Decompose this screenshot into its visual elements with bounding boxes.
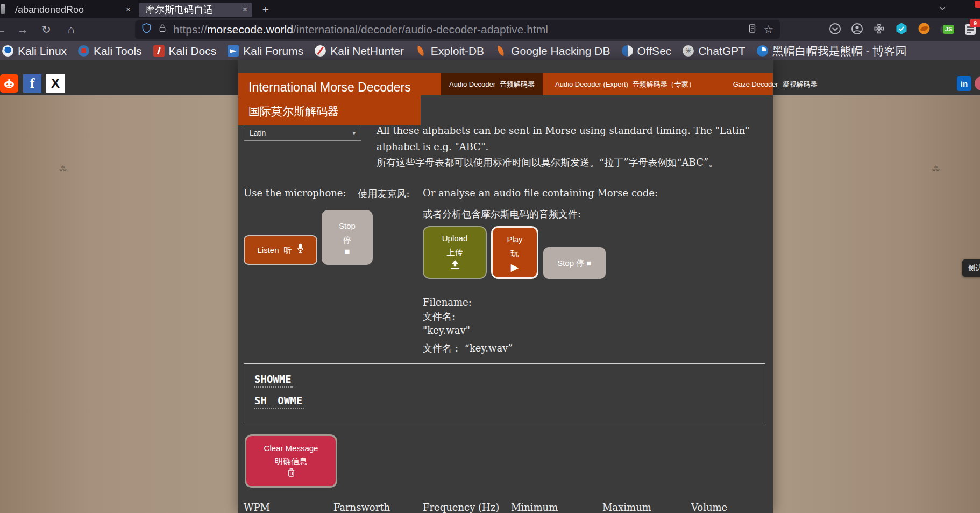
bookmark-kali-tools[interactable]: Kali Tools [78, 45, 142, 58]
cutoff-favicon [1, 4, 5, 14]
bookmark-kali-nethunter[interactable]: Kali NetHunter [315, 45, 404, 58]
linkedin-share-icon[interactable]: in [957, 76, 971, 91]
browser-tab-morse-active[interactable]: 摩尔斯电码自适 × [139, 3, 252, 17]
upload-audio-button[interactable]: Upload 上传 [423, 226, 487, 279]
bookmarks-bar: Kali Linux Kali Tools Kali Docs Kali For… [0, 41, 980, 60]
sidebar-toggle-tab[interactable]: 侧边栏 [962, 259, 980, 277]
offsec-favicon [622, 45, 633, 57]
url-text[interactable]: https://morsecode.world/international/de… [173, 23, 741, 36]
bookmark-kali-linux[interactable]: Kali Linux [2, 45, 67, 58]
kali-docs-favicon [153, 45, 165, 57]
stop-microphone-button[interactable]: Stop 停 ■ [322, 210, 373, 265]
list-all-tabs-chevron-icon[interactable] [938, 4, 947, 15]
trash-icon [287, 468, 295, 481]
microphone-label: Use the microphone: 使用麦克风: [244, 187, 410, 200]
forward-button[interactable]: → [14, 22, 31, 37]
bookmark-kali-forums[interactable]: Kali Forums [228, 45, 303, 58]
site-header: International Morse Decoders 国际莫尔斯解码器 [238, 73, 421, 125]
bookmark-star-icon[interactable]: ☆ [763, 23, 773, 36]
stop-audio-button[interactable]: Stop 停 ■ [543, 247, 606, 279]
kali-forums-favicon [228, 45, 239, 57]
slider-label-farnsworth: Farnsworth [333, 502, 390, 513]
url-scheme: https:// [173, 23, 207, 36]
alphabet-select-value: Latin [250, 129, 266, 137]
kali-nethunter-favicon [315, 45, 326, 57]
bookmark-offsec[interactable]: OffSec [622, 45, 672, 58]
decoded-line: SH OWME [254, 395, 765, 409]
new-tab-button[interactable]: + [259, 3, 273, 16]
listen-button[interactable]: Listen 听 [244, 235, 317, 265]
upload-icon [449, 259, 461, 274]
javascript-toggle-extension-icon[interactable]: JS [940, 24, 954, 36]
js-label: JS [943, 25, 954, 34]
decor-mark-icon [59, 165, 67, 173]
tracking-protection-shield-icon[interactable] [141, 23, 152, 37]
play-triangle-icon: ▶ [511, 262, 519, 272]
audio-file-label-zh: 或者分析包含摩尔斯电码的音频文件: [423, 208, 581, 221]
back-button[interactable]: ← [0, 22, 10, 37]
slider-label-volume: Volume [691, 502, 727, 513]
url-host: morsecode.world [207, 23, 293, 36]
slider-label-maximum: Maximum [602, 502, 651, 513]
microphone-icon [297, 243, 304, 258]
extension-badge-count: 9 [970, 19, 980, 27]
bookmark-google-hacking-db[interactable]: Google Hacking DB [495, 45, 610, 58]
morse-decoder-page: f X International Morse Decoders 国际莫尔斯解码… [0, 60, 980, 513]
kali-linux-favicon [2, 45, 13, 57]
tab-title: 摩尔斯电码自适 [145, 3, 238, 16]
bookmark-exploit-db[interactable]: Exploit-DB [415, 45, 484, 58]
tab-close-icon[interactable]: × [243, 5, 247, 14]
page-title-zh: 国际莫尔斯解码器 [248, 104, 421, 119]
browser-chrome: /abandonedRoo × 摩尔斯电码自适 × + ← → ↻ ⌂ http… [0, 0, 980, 60]
exploit-db-favicon [415, 45, 427, 57]
chevron-down-icon: ▾ [352, 130, 356, 137]
foxyproxy-extension-icon[interactable] [918, 22, 931, 37]
notification-extension-icon[interactable]: 9 [964, 23, 977, 36]
slider-labels-row: WPM Farnsworth Frequency (Hz) Minimum Ma… [0, 502, 980, 513]
bookmark-kali-docs[interactable]: Kali Docs [153, 45, 217, 58]
tab-audio-decoder-expert[interactable]: Audio Decoder (Expert)音频解码器（专家） [547, 73, 704, 95]
url-path: /international/decoder/audio-decoder-ada… [293, 23, 548, 36]
hacktools-hexagon-extension-icon[interactable] [895, 22, 908, 37]
chatgpt-favicon [683, 45, 694, 57]
tab-audio-decoder[interactable]: Audio Decoder音频解码器 [441, 73, 543, 95]
intro-text-en: All these alphabets can be sent in Morse… [377, 123, 761, 155]
browser-tab-abandoned[interactable]: /abandonedRoo × [9, 3, 136, 17]
url-bar[interactable]: https://morsecode.world/international/de… [135, 20, 780, 39]
tab-gaze-decoder[interactable]: Gaze Decoder凝视解码器 [725, 73, 826, 95]
decoded-message-area[interactable]: SHOWME SH OWME [244, 363, 765, 423]
reload-button[interactable]: ↻ [38, 22, 55, 37]
filename-label-en: Filename: [423, 296, 513, 310]
reddit-share-icon[interactable] [0, 74, 18, 93]
extensions-puzzle-icon[interactable] [873, 23, 885, 37]
reader-mode-icon[interactable] [748, 23, 757, 37]
ghdb-favicon [495, 45, 507, 57]
clear-message-button[interactable]: Clear Message 明确信息 [245, 434, 337, 488]
slider-label-wpm: WPM [244, 502, 270, 513]
filename-value: "key.wav" [423, 324, 513, 338]
kali-tools-favicon [78, 45, 89, 57]
filename-combined-zh: 文件名： “key.wav” [423, 341, 513, 355]
account-icon[interactable] [851, 23, 863, 37]
lock-icon[interactable] [158, 23, 167, 36]
bookmark-chatgpt[interactable]: ChatGPT [683, 45, 745, 58]
tab-title: /abandonedRoo [15, 4, 122, 16]
slider-label-frequency: Frequency (Hz) [423, 502, 499, 513]
x-twitter-share-icon[interactable]: X [46, 74, 65, 93]
bookmark-cnblogs[interactable]: 黑帽白帽我是熊帽 - 博客园 [757, 44, 907, 59]
tab-close-icon[interactable]: × [126, 5, 131, 14]
home-button[interactable]: ⌂ [62, 22, 80, 37]
filename-label-zh: 文件名: [423, 310, 513, 324]
decoder-nav-tabs: Audio Decoder音频解码器 Audio Decoder (Expert… [421, 73, 773, 95]
cnblogs-favicon [757, 45, 768, 57]
facebook-share-icon[interactable]: f [23, 74, 41, 93]
stop-square-icon: ■ [344, 247, 350, 256]
filename-block: Filename: 文件名: "key.wav" 文件名： “key.wav” [423, 296, 513, 355]
pocket-icon[interactable] [829, 23, 841, 37]
tab-bar: /abandonedRoo × 摩尔斯电码自适 × + [0, 0, 980, 18]
alphabet-select[interactable]: Latin ▾ [244, 125, 361, 141]
page-title: International Morse Decoders [248, 80, 421, 95]
play-audio-button[interactable]: Play 玩 ▶ [491, 226, 538, 279]
social-share-bar: f X [0, 74, 65, 93]
decoded-line: SHOWME [254, 373, 765, 388]
